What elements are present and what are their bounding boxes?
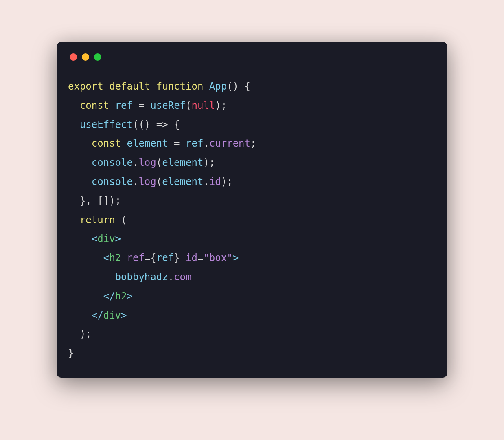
window-controls: [68, 53, 436, 61]
code-line-6: console.log(element.id);: [68, 176, 233, 187]
code-line-5: console.log(element);: [68, 157, 215, 168]
code-line-8: return (: [68, 214, 127, 226]
code-line-14: );: [68, 328, 92, 340]
close-icon[interactable]: [70, 53, 77, 61]
code-line-11: bobbyhadz.com: [68, 271, 191, 283]
code-line-3: useEffect(() => {: [68, 119, 180, 130]
code-line-2: const ref = useRef(null);: [68, 100, 227, 111]
code-line-12: </h2>: [68, 290, 133, 302]
code-line-4: const element = ref.current;: [68, 138, 256, 149]
maximize-icon[interactable]: [94, 53, 101, 61]
code-window: export default function App() { const re…: [57, 42, 447, 378]
code-line-15: }: [68, 348, 74, 359]
code-content: export default function App() { const re…: [68, 77, 436, 363]
code-line-1: export default function App() {: [68, 81, 250, 92]
code-line-13: </div>: [68, 310, 127, 321]
code-line-7: }, []);: [68, 195, 121, 207]
code-line-10: <h2 ref={ref} id="box">: [68, 252, 239, 264]
minimize-icon[interactable]: [82, 53, 89, 61]
code-line-9: <div>: [68, 233, 121, 244]
